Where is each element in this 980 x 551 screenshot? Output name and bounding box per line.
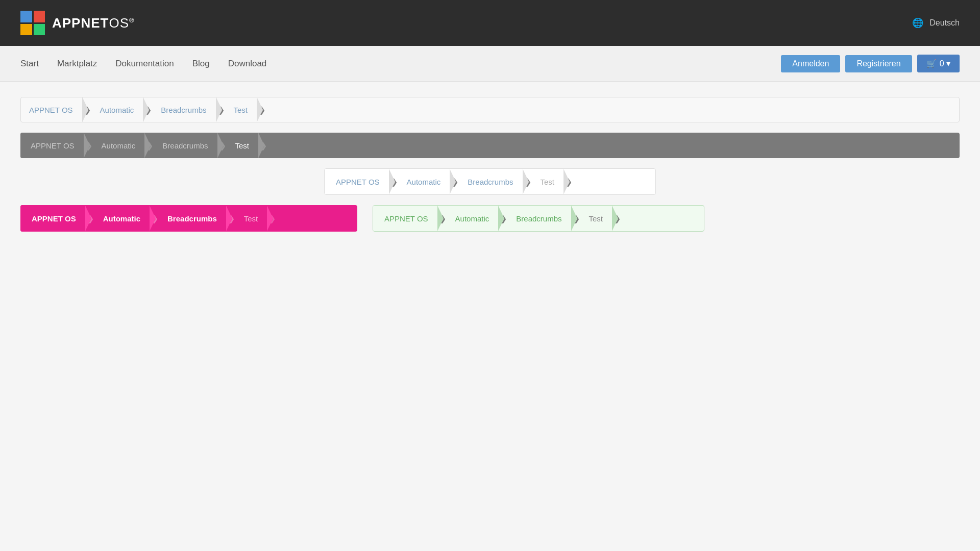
breadcrumb-item-1[interactable]: APPNET OS	[21, 97, 83, 122]
main-content: APPNET OS ❯ Automatic ❯ Breadcrumbs ❯ Te…	[0, 82, 980, 247]
breadcrumb-green-item-4[interactable]: Test	[581, 206, 614, 231]
breadcrumb-pink-item-4[interactable]: Test	[236, 205, 268, 232]
bottom-row: APPNET OS ❯ Automatic ❯ Breadcrumbs ❯ Te…	[20, 205, 960, 232]
registrieren-button[interactable]: Registrieren	[845, 55, 912, 72]
logo-cell-blue	[20, 11, 32, 22]
breadcrumb-dark: APPNET OS ❯ Automatic ❯ Breadcrumbs ❯ Te…	[20, 133, 960, 158]
logo-cell-orange	[20, 24, 32, 36]
breadcrumb-green-item-1[interactable]: APPNET OS	[373, 206, 438, 231]
cart-count: 0 ▾	[940, 59, 950, 68]
nav-download[interactable]: Download	[228, 59, 267, 69]
breadcrumb-pink-item-1[interactable]: APPNET OS	[20, 205, 86, 232]
breadcrumb-white: APPNET OS ❯ Automatic ❯ Breadcrumbs ❯ Te…	[324, 168, 656, 195]
breadcrumb-dark-item-3[interactable]: Breadcrumbs	[154, 133, 218, 158]
logo-text: APPNETOS®	[52, 15, 135, 31]
navbar: Start Marktplatz Dokumentation Blog Down…	[0, 46, 980, 82]
breadcrumb-light: APPNET OS ❯ Automatic ❯ Breadcrumbs ❯ Te…	[20, 97, 960, 122]
breadcrumb-white-item-2[interactable]: Automatic	[399, 169, 451, 194]
logo-cell-red	[34, 11, 45, 22]
breadcrumb-pink: APPNET OS ❯ Automatic ❯ Breadcrumbs ❯ Te…	[20, 205, 357, 232]
breadcrumb-white-wrapper: APPNET OS ❯ Automatic ❯ Breadcrumbs ❯ Te…	[20, 168, 960, 195]
breadcrumb-item-3[interactable]: Breadcrumbs	[153, 97, 216, 122]
breadcrumb-white-item-3[interactable]: Breadcrumbs	[459, 169, 523, 194]
breadcrumb-white-item-1[interactable]: APPNET OS	[325, 169, 390, 194]
logo-area: APPNETOS®	[20, 11, 135, 35]
anmelden-button[interactable]: Anmelden	[781, 55, 840, 72]
topbar: APPNETOS® 🌐 Deutsch	[0, 0, 980, 46]
language-icon: 🌐	[912, 17, 923, 29]
breadcrumb-item-4[interactable]: Test	[226, 97, 258, 122]
nav-dokumentation[interactable]: Dokumentation	[115, 59, 174, 69]
breadcrumb-pink-item-2[interactable]: Automatic	[95, 205, 151, 232]
language-label: Deutsch	[929, 18, 960, 28]
breadcrumb-green-item-2[interactable]: Automatic	[447, 206, 500, 231]
breadcrumb-green-item-3[interactable]: Breadcrumbs	[508, 206, 572, 231]
breadcrumb-white-item-4[interactable]: Test	[532, 169, 565, 194]
nav-blog[interactable]: Blog	[192, 59, 210, 69]
nav-marktplatz[interactable]: Marktplatz	[57, 59, 97, 69]
nav-links: Start Marktplatz Dokumentation Blog Down…	[20, 59, 266, 69]
breadcrumb-item-2[interactable]: Automatic	[92, 97, 144, 122]
logo-grid	[20, 11, 45, 35]
topbar-right: 🌐 Deutsch	[912, 17, 960, 29]
cart-button[interactable]: 🛒 0 ▾	[917, 55, 960, 72]
nav-buttons: Anmelden Registrieren 🛒 0 ▾	[781, 55, 960, 72]
breadcrumb-light-container: APPNET OS ❯ Automatic ❯ Breadcrumbs ❯ Te…	[20, 97, 960, 122]
cart-icon: 🛒	[926, 59, 937, 68]
breadcrumb-green: APPNET OS ❯ Automatic ❯ Breadcrumbs ❯ Te…	[373, 205, 704, 232]
breadcrumb-dark-item-2[interactable]: Automatic	[93, 133, 146, 158]
nav-start[interactable]: Start	[20, 59, 39, 69]
breadcrumb-dark-item-4[interactable]: Test	[227, 133, 260, 158]
logo-cell-green	[34, 24, 45, 36]
breadcrumb-dark-container: APPNET OS ❯ Automatic ❯ Breadcrumbs ❯ Te…	[20, 133, 960, 158]
breadcrumb-pink-item-3[interactable]: Breadcrumbs	[159, 205, 227, 232]
breadcrumb-dark-item-1[interactable]: APPNET OS	[20, 133, 85, 158]
